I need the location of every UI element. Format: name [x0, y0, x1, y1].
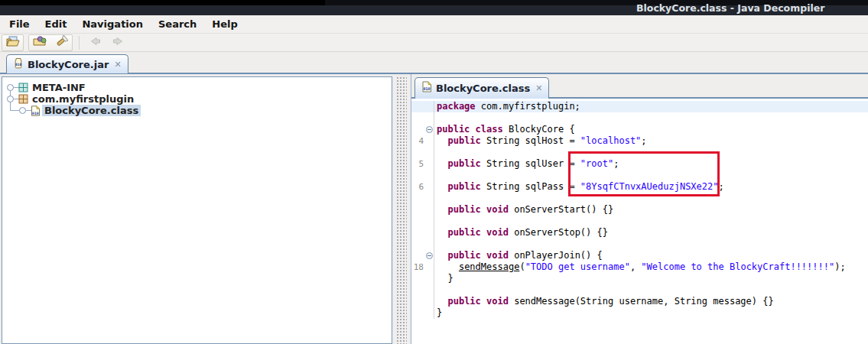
code-line: public void onPlayerJoin() {: [411, 250, 868, 261]
code-line: package com.myfirstplugin;: [411, 101, 868, 112]
line-number: 4: [411, 135, 434, 147]
code-text: [434, 112, 437, 124]
code-text: [434, 284, 437, 296]
close-icon[interactable]: ✕: [114, 60, 121, 70]
tab-blockycore-jar[interactable]: 010 BlockyCore.jar ✕: [6, 54, 128, 73]
archive-tree-panel: META-INFcom.myfirstplugin010BlockyCore.c…: [2, 76, 392, 344]
arrow-right-icon: [112, 35, 124, 50]
code-text: public class BlockyCore {: [434, 124, 575, 135]
editor-tab-bar: 010 BlockyCore.class ✕: [411, 74, 868, 99]
tree-item-label[interactable]: META-INF: [30, 82, 88, 93]
code-line: public void onServerStart() {}: [411, 204, 868, 216]
open-file-button[interactable]: [2, 34, 24, 51]
code-line: 4 public String sqlHost = "localhost";: [411, 135, 868, 147]
line-number: [411, 170, 434, 181]
tree-item-com-myfirstplugin[interactable]: com.myfirstplugin: [2, 93, 392, 105]
code-line: public void onServerStop() {}: [411, 227, 868, 239]
folder-classes-icon: [33, 35, 47, 50]
code-line: public class BlockyCore {: [411, 124, 868, 135]
code-line: public void sendMessage(String username,…: [411, 296, 868, 307]
tree-expand-handle[interactable]: [7, 84, 14, 91]
search-button[interactable]: [50, 35, 72, 50]
jar-icon: 010: [13, 57, 24, 72]
svg-text:010: 010: [32, 112, 39, 115]
svg-text:010: 010: [15, 63, 22, 67]
tree-item-label[interactable]: com.myfirstplugin: [30, 93, 136, 105]
tree-expand-handle[interactable]: [7, 96, 14, 102]
tab-blockycore-class[interactable]: 010 BlockyCore.class ✕: [414, 77, 549, 99]
code-line: 18 sendMessage("TODO get username", "Wel…: [411, 261, 868, 273]
code-line: }: [411, 273, 868, 284]
tab-label: BlockyCore.jar: [28, 59, 109, 70]
line-number: [411, 296, 434, 307]
tree-expand-handle[interactable]: [19, 107, 26, 114]
code-line: }: [411, 307, 868, 319]
code-text: [434, 239, 437, 250]
code-text: sendMessage("TODO get username", "Welcom…: [434, 261, 846, 273]
splitter-grip: [396, 76, 407, 344]
tab-label: BlockyCore.class: [436, 83, 530, 94]
code-editor[interactable]: package com.myfirstplugin;public class B…: [411, 99, 868, 344]
close-icon[interactable]: ✕: [535, 83, 542, 93]
code-line: [411, 284, 868, 296]
line-number: 5: [411, 158, 434, 170]
code-text: package com.myfirstplugin;: [434, 101, 580, 112]
line-number: [411, 112, 434, 124]
package-orange-icon: [18, 94, 28, 104]
line-number: 18: [411, 261, 434, 273]
arrow-left-icon: [89, 35, 102, 50]
class-file-icon: 010: [31, 105, 41, 115]
back-button[interactable]: [84, 34, 106, 51]
code-line: [411, 239, 868, 250]
window-title: BlockyCore.class - Java Decompiler: [636, 2, 824, 14]
tree-item-label[interactable]: BlockyCore.class: [42, 105, 141, 116]
line-number: [411, 193, 434, 204]
line-number: [411, 239, 434, 250]
menu-item-search[interactable]: Search: [151, 16, 204, 33]
code-text: public void onServerStart() {}: [434, 204, 613, 216]
svg-text:010: 010: [424, 86, 431, 91]
line-number: [411, 204, 434, 216]
flashlight-icon: [54, 35, 68, 50]
code-text: [434, 216, 437, 227]
toolbar-group: [28, 34, 73, 51]
tree-item-blockycore-class[interactable]: 010BlockyCore.class: [2, 105, 392, 116]
line-number: [411, 147, 434, 158]
toolbar: [0, 34, 868, 52]
fold-collapse-icon[interactable]: [426, 126, 433, 133]
line-number: [411, 307, 434, 319]
fold-collapse-icon[interactable]: [426, 252, 433, 259]
code-lines: package com.myfirstplugin;public class B…: [411, 101, 868, 319]
editor-panel: 010 BlockyCore.class ✕ package com.myfir…: [411, 74, 868, 344]
menu-item-edit[interactable]: Edit: [37, 16, 75, 33]
line-number: [411, 216, 434, 227]
method-link[interactable]: sendMessage: [459, 261, 519, 272]
forward-button[interactable]: [106, 34, 128, 51]
code-text: [434, 170, 437, 181]
code-line: [411, 112, 868, 124]
toolbar-separator: [79, 36, 80, 50]
open-type-button[interactable]: [29, 35, 50, 50]
package-teal-icon: [18, 83, 28, 92]
class-file-icon: 010: [421, 81, 432, 96]
code-text: public String sqlHost = "localhost";: [434, 135, 647, 147]
line-number: 6: [411, 181, 434, 193]
code-text: public void onPlayerJoin() {: [434, 250, 603, 261]
code-text: [434, 147, 437, 158]
code-text: }: [434, 307, 442, 319]
menu-item-navigation[interactable]: Navigation: [74, 16, 151, 33]
jar-tab-bar: 010 BlockyCore.jar ✕: [0, 52, 868, 74]
folder-open-icon: [6, 35, 20, 50]
menu-item-help[interactable]: Help: [204, 16, 245, 33]
title-bar: BlockyCore.class - Java Decompiler: [0, 0, 868, 15]
tree: META-INFcom.myfirstplugin010BlockyCore.c…: [2, 77, 392, 343]
code-text: [434, 193, 437, 204]
tree-item-meta-inf[interactable]: META-INF: [2, 82, 392, 93]
code-text: public void onServerStop() {}: [434, 227, 608, 239]
split-pane-divider[interactable]: [394, 76, 409, 344]
line-number: [411, 284, 434, 296]
line-number: [411, 273, 434, 284]
menu-bar: FileEditNavigationSearchHelp: [0, 15, 868, 34]
menu-item-file[interactable]: File: [2, 16, 37, 33]
annotation-red-box: [568, 151, 720, 196]
